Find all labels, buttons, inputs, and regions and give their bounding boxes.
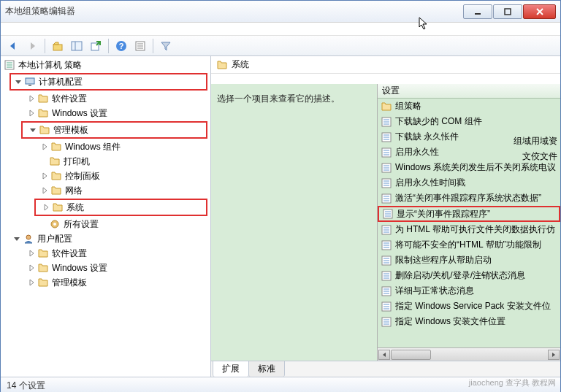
expander-closed-icon[interactable]: [40, 172, 49, 180]
tree-label: Windows 组件: [65, 141, 121, 153]
export-button[interactable]: [88, 38, 104, 54]
folder-icon: [381, 101, 392, 112]
help-button[interactable]: ?: [113, 38, 129, 54]
view-tabs: 扩展 标准: [211, 361, 560, 377]
expander-closed-icon[interactable]: [40, 142, 49, 151]
folder-icon: [37, 93, 49, 104]
tree-label: 系统: [66, 201, 84, 214]
column-header-label: 设置: [382, 85, 400, 97]
scroll-left-button[interactable]: [378, 350, 390, 360]
list-setting-item[interactable]: 指定 Windows Service Pack 安装文件位: [378, 299, 560, 314]
tree-computer-config[interactable]: 计算机配置: [11, 74, 206, 89]
setting-icon: [381, 193, 392, 204]
minimize-button[interactable]: [463, 4, 492, 19]
expander-closed-icon[interactable]: [27, 264, 36, 272]
list-header-setting[interactable]: 设置: [378, 84, 560, 99]
expander-closed-icon[interactable]: [27, 109, 36, 118]
expander-closed-icon[interactable]: [42, 203, 50, 212]
tree-windows-components[interactable]: Windows 组件: [1, 139, 210, 154]
filter-button[interactable]: [158, 38, 174, 54]
list-setting-item[interactable]: 将可能不安全的“HTML 帮助”功能限制: [378, 237, 560, 253]
tree-label: 软件设置: [52, 247, 87, 260]
folder-icon: [37, 248, 49, 258]
tree-software-settings[interactable]: 软件设置: [1, 91, 210, 106]
expander-open-icon[interactable]: [14, 77, 23, 86]
folder-icon: [50, 171, 62, 181]
setting-icon: [381, 177, 392, 189]
up-button[interactable]: [50, 38, 66, 54]
tab-extended[interactable]: 扩展: [213, 361, 249, 377]
tab-standard[interactable]: 标准: [248, 361, 285, 377]
svg-point-21: [53, 223, 56, 226]
list-folder-item[interactable]: 组策略: [378, 99, 560, 114]
scroll-thumb[interactable]: [391, 350, 431, 360]
tree-pane[interactable]: 本地计算机 策略 计算机配置 软件设置 Windows 设置: [1, 56, 211, 377]
tree-label: 管理模板: [53, 124, 88, 137]
folder-icon: [37, 277, 49, 288]
toolbar-separator: [108, 39, 109, 53]
tree-network[interactable]: 网络: [1, 183, 210, 198]
list-setting-item[interactable]: 显示“关闭事件跟踪程序”: [378, 206, 560, 222]
main-area: 本地计算机 策略 计算机配置 软件设置 Windows 设置: [1, 56, 560, 377]
horizontal-scrollbar[interactable]: [378, 347, 560, 361]
list-item-label: 删除启动/关机/登录/注销状态消息: [395, 269, 525, 282]
setting-icon: [381, 147, 392, 158]
list-item-label: 启用永久性: [395, 146, 439, 158]
tree-label: 管理模板: [52, 277, 87, 289]
tree-label: 网络: [65, 185, 83, 197]
tree-windows-settings[interactable]: Windows 设置: [1, 106, 210, 120]
folder-icon: [49, 156, 61, 166]
tree-label: 计算机配置: [39, 76, 83, 88]
maximize-button[interactable]: [493, 4, 522, 19]
close-button[interactable]: [523, 4, 556, 19]
tree-root[interactable]: 本地计算机 策略: [1, 58, 210, 72]
show-hide-tree-button[interactable]: [69, 38, 85, 54]
folder-icon: [50, 142, 62, 152]
forward-button[interactable]: [24, 38, 40, 54]
toolbar-separator: [45, 39, 45, 53]
list-item-label: 为 HTML 帮助可执行文件关闭数据执行仿: [395, 223, 555, 236]
expander-open-icon[interactable]: [28, 126, 37, 134]
tree-u-admin-templates[interactable]: 管理模板: [1, 275, 210, 290]
window-controls: [463, 4, 556, 19]
tree-label: 本地计算机 策略: [18, 59, 82, 72]
tree-system[interactable]: 系统: [36, 200, 206, 215]
list-setting-item[interactable]: 删除启动/关机/登录/注销状态消息: [378, 268, 560, 283]
list-item-label: 限制这些程序从帮助启动: [395, 254, 492, 266]
svg-rect-5: [72, 42, 82, 50]
tree-u-software-settings[interactable]: 软件设置: [1, 246, 210, 261]
description-column: 选择一个项目来查看它的描述。: [211, 84, 378, 361]
window-title: 本地组策略编辑器: [5, 5, 463, 18]
list-item-label: 显示“关闭事件跟踪程序”: [397, 208, 490, 220]
tree-admin-templates[interactable]: 管理模板: [23, 123, 206, 137]
list-setting-item[interactable]: 启用永久性时间戳: [378, 175, 560, 191]
list-item-label: 启用永久性时间戳: [395, 177, 465, 189]
expander-closed-icon[interactable]: [40, 186, 49, 195]
tree-user-config[interactable]: 用户配置: [1, 231, 210, 246]
highlight-system: 系统: [34, 199, 207, 216]
tree-printers[interactable]: 打印机: [1, 154, 210, 169]
list-setting-item[interactable]: 指定 Windows 安装文件位置: [378, 314, 560, 329]
expander-closed-icon[interactable]: [27, 94, 36, 103]
expander-open-icon[interactable]: [12, 234, 21, 243]
tree-u-windows-settings[interactable]: Windows 设置: [1, 261, 210, 275]
expander-closed-icon[interactable]: [27, 278, 36, 287]
tree-label: 打印机: [64, 155, 90, 168]
list-item-label: 组策略: [395, 100, 421, 112]
watermark: jiaocheng 查字典 教程网: [469, 377, 556, 388]
list-setting-item[interactable]: 下载缺少的 COM 组件: [378, 114, 560, 129]
list-setting-item[interactable]: 详细与正常状态消息: [378, 283, 560, 299]
expander-closed-icon[interactable]: [27, 249, 36, 258]
back-button[interactable]: [5, 38, 21, 54]
list-setting-item[interactable]: 激活“关闭事件跟踪程序系统状态数据”: [378, 191, 560, 206]
scroll-right-button[interactable]: [548, 350, 560, 360]
properties-button[interactable]: [132, 38, 148, 54]
tree-control-panel[interactable]: 控制面板: [1, 169, 210, 183]
setting-icon: [381, 285, 392, 297]
list-setting-item[interactable]: 为 HTML 帮助可执行文件关闭数据执行仿: [378, 222, 560, 237]
tree-all-settings[interactable]: 所有设置: [1, 217, 210, 231]
list-item-label: 指定 Windows Service Pack 安装文件位: [395, 300, 551, 312]
tree-label: 控制面板: [65, 170, 100, 182]
list-setting-item[interactable]: 限制这些程序从帮助启动: [378, 253, 560, 268]
settings-icon: [49, 219, 61, 229]
